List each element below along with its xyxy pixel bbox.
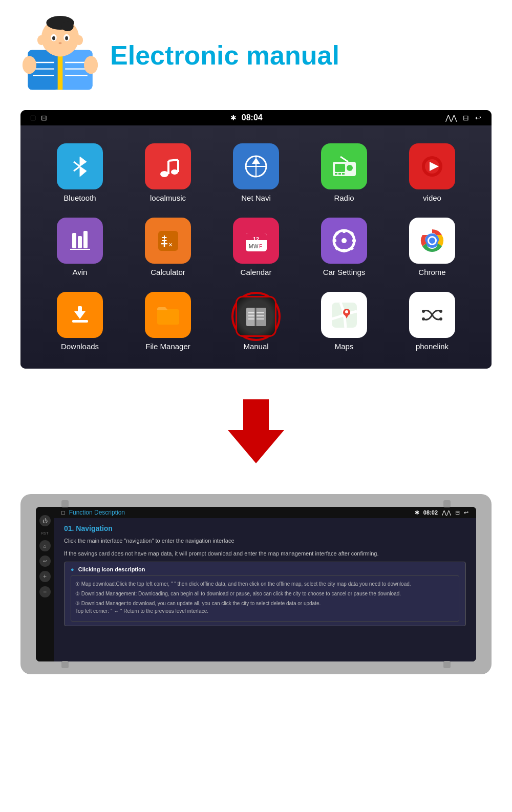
phonelink-app-icon[interactable] bbox=[409, 292, 455, 338]
android-back-button[interactable]: ↩ bbox=[39, 555, 51, 567]
svg-point-96 bbox=[345, 310, 348, 313]
avin-app-icon[interactable] bbox=[57, 218, 103, 264]
filemanager-app-icon[interactable] bbox=[145, 292, 191, 338]
svg-line-23 bbox=[74, 162, 80, 166]
app-downloads[interactable]: Downloads bbox=[36, 284, 124, 358]
video-app-icon[interactable] bbox=[409, 143, 455, 189]
minus-icon: − bbox=[43, 588, 47, 595]
app-video[interactable]: video bbox=[388, 136, 476, 210]
svg-point-64 bbox=[342, 238, 347, 243]
svg-rect-46 bbox=[83, 231, 88, 248]
netnavi-label: Net Navi bbox=[241, 194, 271, 202]
svg-rect-66 bbox=[343, 249, 346, 252]
calculator-app-icon[interactable]: ± × bbox=[145, 218, 191, 264]
svg-text:×: × bbox=[168, 241, 173, 249]
mount-hole-bl bbox=[61, 661, 69, 668]
app-bluetooth[interactable]: Bluetooth bbox=[36, 136, 124, 210]
svg-point-36 bbox=[347, 165, 353, 171]
carsettings-app-icon[interactable] bbox=[321, 218, 367, 264]
car-status-bar: □ Function Description ✱ 08:02 ⋀⋀ ⊟ ↩ bbox=[54, 507, 476, 518]
netnavi-app-icon[interactable] bbox=[233, 143, 279, 189]
app-netnavi[interactable]: Net Navi bbox=[212, 136, 300, 210]
avin-label: Avin bbox=[73, 268, 88, 276]
nav-section-title: 01. Navigation bbox=[64, 524, 466, 532]
back-btn-icon: ↩ bbox=[43, 559, 47, 564]
calendar-label: Calendar bbox=[241, 268, 272, 276]
svg-rect-81 bbox=[157, 309, 179, 325]
svg-point-26 bbox=[171, 169, 178, 175]
downloads-app-icon[interactable] bbox=[57, 292, 103, 338]
app-radio[interactable]: Radio bbox=[300, 136, 388, 210]
home-button[interactable]: ⌂ bbox=[39, 540, 51, 551]
back-icon: ↩ bbox=[475, 114, 481, 122]
chrome-app-icon[interactable] bbox=[409, 218, 455, 264]
app-filemanager[interactable]: File Manager bbox=[124, 284, 212, 358]
car-unit-inner: ⏻ RST ⌂ ↩ + − □ Function Description bbox=[36, 507, 476, 661]
bullet-icon: ● bbox=[71, 566, 74, 572]
app-calculator[interactable]: ± × Calculator bbox=[124, 210, 212, 284]
svg-point-17 bbox=[52, 36, 55, 40]
app-grid: Bluetooth localmusic bbox=[20, 125, 492, 369]
car-bt-icon: ✱ bbox=[415, 509, 419, 516]
svg-rect-35 bbox=[335, 164, 345, 172]
calculator-label: Calculator bbox=[151, 268, 185, 276]
app-manual[interactable]: Manual bbox=[212, 284, 300, 358]
mount-hole-tr bbox=[443, 500, 451, 507]
svg-point-10 bbox=[23, 56, 36, 74]
svg-text:W: W bbox=[253, 244, 259, 249]
svg-point-101 bbox=[439, 317, 442, 320]
nav-para2: If the savings card does not have map da… bbox=[64, 549, 466, 558]
maps-label: Maps bbox=[335, 342, 354, 351]
car-unit: ⏻ RST ⌂ ↩ + − □ Function Description bbox=[20, 494, 492, 674]
svg-marker-33 bbox=[252, 158, 260, 164]
mascot-icon bbox=[20, 15, 100, 95]
calendar-app-icon[interactable]: 12 M W F bbox=[233, 218, 279, 264]
app-switch-icon: ⊟ bbox=[463, 114, 469, 122]
clicking-title: ● Clicking icon description bbox=[71, 566, 459, 572]
bluetooth-label: Bluetooth bbox=[63, 194, 96, 202]
maps-app-icon[interactable] bbox=[321, 292, 367, 338]
minus-button[interactable]: − bbox=[39, 586, 51, 597]
car-back-icon: ↩ bbox=[464, 509, 468, 516]
app-avin[interactable]: Avin bbox=[36, 210, 124, 284]
radio-app-icon[interactable] bbox=[321, 143, 367, 189]
page-title: Electronic manual bbox=[110, 40, 339, 71]
status-bar-1: □ ⊡ ✱ 08:04 ⋀⋀ ⊟ ↩ bbox=[20, 110, 492, 125]
svg-rect-80 bbox=[72, 320, 88, 323]
svg-marker-22 bbox=[80, 157, 87, 177]
car-clock: 08:02 bbox=[423, 509, 438, 516]
android-screen-1: □ ⊡ ✱ 08:04 ⋀⋀ ⊟ ↩ Bluetooth bbox=[20, 110, 492, 369]
mount-hole-br bbox=[443, 661, 451, 668]
function-desc-title: Function Description bbox=[69, 509, 125, 516]
app-maps[interactable]: Maps bbox=[300, 284, 388, 358]
plus-button[interactable]: + bbox=[39, 571, 51, 582]
car-screen: □ Function Description ✱ 08:02 ⋀⋀ ⊟ ↩ 01… bbox=[54, 507, 476, 661]
notif-icon: ⊡ bbox=[41, 114, 47, 122]
svg-rect-67 bbox=[333, 239, 336, 242]
bluetooth-app-icon[interactable] bbox=[57, 143, 103, 189]
svg-rect-83 bbox=[246, 308, 255, 326]
svg-point-76 bbox=[429, 238, 435, 244]
carsettings-label: Car Settings bbox=[323, 268, 366, 276]
app-carsettings[interactable]: Car Settings bbox=[300, 210, 388, 284]
mount-hole-tl bbox=[61, 500, 69, 507]
svg-rect-65 bbox=[343, 229, 346, 233]
manual-app-icon[interactable] bbox=[236, 296, 276, 337]
localmusic-app-icon[interactable] bbox=[145, 143, 191, 189]
car-content: 01. Navigation Click the main interface … bbox=[54, 518, 476, 661]
svg-rect-39 bbox=[342, 173, 345, 175]
downloads-label: Downloads bbox=[61, 342, 99, 351]
app-phonelink[interactable]: phonelink bbox=[388, 284, 476, 358]
app-calendar[interactable]: 12 M W F Calendar bbox=[212, 210, 300, 284]
manual-circle bbox=[231, 292, 281, 341]
items-container: ① Map download:Click the top left corner… bbox=[71, 575, 459, 622]
clock: 08:04 bbox=[242, 113, 263, 122]
status-center: ✱ 08:04 bbox=[230, 113, 263, 122]
svg-point-21 bbox=[75, 35, 83, 45]
svg-point-99 bbox=[422, 317, 425, 320]
app-localmusic[interactable]: localmusic bbox=[124, 136, 212, 210]
app-chrome[interactable]: Chrome bbox=[388, 210, 476, 284]
status-left: □ ⊡ bbox=[31, 114, 47, 122]
video-label: video bbox=[423, 194, 441, 202]
power-button[interactable]: ⏻ bbox=[39, 515, 51, 526]
